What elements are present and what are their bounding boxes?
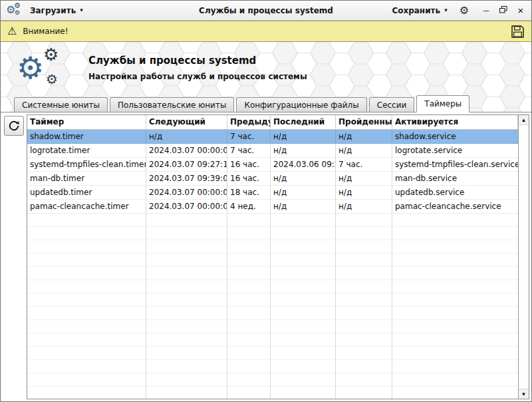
cell (227, 387, 271, 399)
cell (271, 214, 336, 227)
empty-row (27, 333, 518, 347)
cell (271, 280, 336, 294)
empty-row (27, 294, 518, 307)
tab-config-files[interactable]: Конфигурационные файлы (236, 97, 366, 112)
warning-bar: ⚠ Внимание! (1, 21, 531, 42)
cell: systemd-tmpfiles-clean.service (392, 158, 518, 172)
page-subtitle: Настройка работы служб и процессов систе… (88, 72, 307, 81)
cell: updatedb.timer (27, 186, 146, 200)
cell (146, 240, 227, 254)
cell (27, 387, 146, 399)
cell: н/д (336, 186, 392, 200)
tab-sessions[interactable]: Сессии (369, 97, 415, 112)
cell: shadow.timer (27, 130, 146, 144)
table-row[interactable]: shadow.timerн/д7 час.н/дн/дshadow.servic… (27, 130, 518, 144)
cell (227, 280, 271, 294)
cell (146, 320, 227, 333)
cell: н/д (146, 130, 227, 144)
settings-button[interactable]: ⚙ (460, 5, 469, 16)
cell (27, 267, 146, 280)
chevron-down-icon: ▾ (444, 7, 448, 13)
minimize-button[interactable]: ─ (481, 7, 491, 15)
column-header[interactable]: Таймер (27, 115, 146, 130)
cell (227, 320, 271, 333)
table-row[interactable]: man-db.timer2024.03.07 09:39:0016 час.н/… (27, 172, 518, 186)
refresh-button[interactable] (4, 116, 24, 136)
cell (336, 214, 392, 227)
cell (146, 254, 227, 267)
scroll-up-button[interactable]: ▲ (519, 115, 529, 125)
tab-timers[interactable]: Таймеры (416, 95, 469, 112)
cell (146, 294, 227, 307)
cell (336, 360, 392, 373)
empty-row (27, 307, 518, 320)
cell (336, 280, 392, 294)
cell: 16 час. (227, 172, 271, 186)
table-row[interactable]: systemd-tmpfiles-clean.timer2024.03.07 0… (27, 158, 518, 172)
cell (336, 240, 392, 254)
scroll-down-button[interactable]: ▼ (519, 389, 529, 399)
cell: н/д (271, 130, 336, 144)
cell (146, 360, 227, 373)
save-button[interactable]: Сохранить ▾ (388, 3, 451, 18)
refresh-icon (8, 120, 20, 132)
empty-row (27, 373, 518, 387)
cell (271, 240, 336, 254)
cell: 4 нед. (227, 200, 271, 214)
empty-row (27, 387, 518, 399)
load-button[interactable]: Загрузить ▾ (26, 3, 87, 18)
table-row[interactable]: logrotate.timer2024.03.07 00:00:007 час.… (27, 144, 518, 158)
banner: ⚙ ⚙ ⚙ Службы и процессы systemd Настройк… (1, 42, 531, 112)
cell (27, 214, 146, 227)
scrollbar-trough[interactable] (519, 125, 529, 389)
save-button-label: Сохранить (392, 6, 440, 15)
cell (392, 267, 518, 280)
cell: updatedb.service (392, 186, 518, 200)
maximize-button[interactable] (498, 6, 509, 15)
cell: 18 час. (227, 186, 271, 200)
cell (27, 320, 146, 333)
cell: н/д (271, 186, 336, 200)
cell (271, 387, 336, 399)
cell: man-db.service (392, 172, 518, 186)
cell (271, 360, 336, 373)
column-header[interactable]: Предыдущий (227, 115, 271, 130)
gear-icon: ⚙ (43, 46, 59, 63)
table-row[interactable]: updatedb.timer2024.03.07 00:00:0018 час.… (27, 186, 518, 200)
app-logo-gears-icon: ⚙ ⚙ ⚙ (17, 46, 71, 90)
gear-icon: ⚙ (46, 73, 58, 86)
cell (271, 347, 336, 360)
close-button[interactable]: × (515, 5, 526, 15)
cell (227, 347, 271, 360)
cell (271, 333, 336, 347)
cell: н/д (336, 130, 392, 144)
cell: н/д (336, 172, 392, 186)
cell (227, 360, 271, 373)
maximize-icon (499, 6, 507, 13)
cell: 7 час. (227, 130, 271, 144)
column-header[interactable]: Активируется (392, 115, 518, 130)
empty-row (27, 240, 518, 254)
vertical-scrollbar[interactable]: ▲ ▼ (518, 115, 529, 399)
gear-icon: ⚙ (14, 2, 21, 9)
cell (227, 254, 271, 267)
table-row[interactable]: pamac-cleancache.timer2024.03.07 00:00:0… (27, 200, 518, 214)
column-header[interactable]: Следующий (146, 115, 227, 130)
cell (227, 294, 271, 307)
save-changes-button[interactable] (511, 25, 525, 39)
tab-user-units[interactable]: Пользовательские юниты (110, 97, 234, 112)
cell: н/д (336, 144, 392, 158)
cell (227, 333, 271, 347)
cell (146, 267, 227, 280)
cell (146, 333, 227, 347)
cell (227, 373, 271, 387)
cell (146, 280, 227, 294)
column-header[interactable]: Пройденный (336, 115, 392, 130)
banner-text: Службы и процессы systemd Настройка рабо… (88, 55, 307, 81)
column-header[interactable]: Последний (271, 115, 336, 130)
cell (271, 227, 336, 240)
cell (392, 373, 518, 387)
tab-system-units[interactable]: Системные юниты (14, 97, 108, 112)
cell: 2024.03.07 09:27:19 (146, 158, 227, 172)
app-window: ⚙ ⚙ ⚙ Загрузить ▾ Службы и процессы syst… (0, 0, 532, 402)
